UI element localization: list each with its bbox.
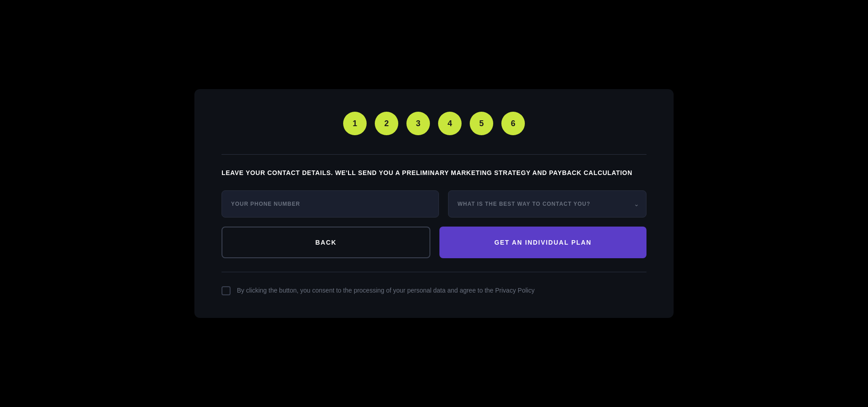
- step-2: 2: [375, 112, 398, 135]
- buttons-row: BACK GET AN INDIVIDUAL PLAN: [222, 227, 646, 258]
- back-button[interactable]: BACK: [222, 227, 430, 258]
- modal-container: 1 2 3 4 5 6 LEAVE YOUR CONTACT DETAILS. …: [194, 89, 674, 318]
- contact-select-wrapper: WHAT IS THE BEST WAY TO CONTACT YOU? Pho…: [448, 190, 646, 218]
- contact-select[interactable]: WHAT IS THE BEST WAY TO CONTACT YOU? Pho…: [448, 190, 646, 218]
- get-individual-plan-button[interactable]: GET AN INDIVIDUAL PLAN: [439, 227, 646, 258]
- inputs-row: WHAT IS THE BEST WAY TO CONTACT YOU? Pho…: [222, 190, 646, 218]
- step-6: 6: [501, 112, 525, 135]
- step-1: 1: [343, 112, 367, 135]
- consent-text: By clicking the button, you consent to t…: [237, 286, 534, 295]
- divider-bottom: [222, 272, 646, 272]
- form-title: LEAVE YOUR CONTACT DETAILS. WE'LL SEND Y…: [222, 168, 646, 178]
- consent-row: By clicking the button, you consent to t…: [222, 286, 646, 295]
- step-4: 4: [438, 112, 462, 135]
- step-5: 5: [470, 112, 493, 135]
- phone-input[interactable]: [222, 190, 439, 218]
- step-3: 3: [406, 112, 430, 135]
- divider-top: [222, 154, 646, 155]
- steps-row: 1 2 3 4 5 6: [222, 112, 646, 135]
- consent-checkbox[interactable]: [222, 286, 231, 295]
